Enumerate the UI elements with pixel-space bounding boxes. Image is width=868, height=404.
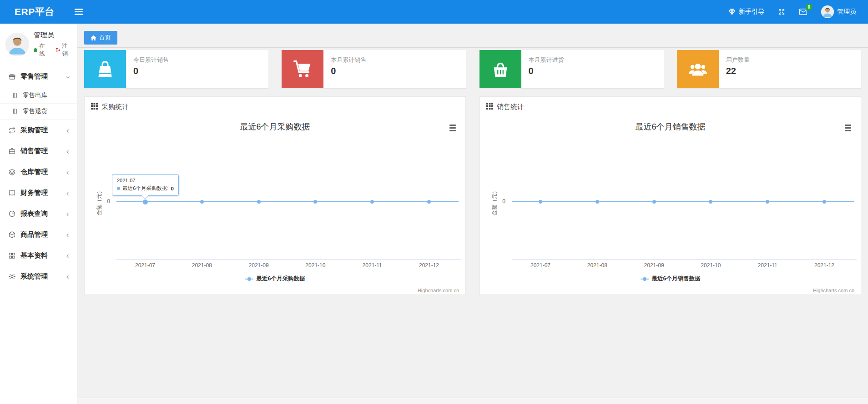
y-axis-tick: 0	[490, 198, 505, 204]
sidebar-subitem-label: 零售出库	[23, 91, 71, 100]
legend-item[interactable]: 最近6个月采购数据	[85, 275, 465, 283]
x-axis-tick: 2021-09	[249, 262, 269, 269]
chart-context-menu-icon[interactable]	[448, 123, 457, 133]
sidebar-item-label: 商品管理	[20, 230, 65, 239]
sidebar-item-label: 采购管理	[20, 126, 65, 135]
sidebar-item-label: 销售管理	[20, 147, 65, 155]
sidebar-item[interactable]: 基本资料	[0, 245, 77, 266]
x-axis-line	[512, 259, 857, 259]
panel-title: 销售统计	[497, 103, 524, 111]
sidebar-submenu: 零售出库零售退货	[0, 87, 77, 120]
chevron-down-icon	[65, 74, 71, 79]
sidebar-item[interactable]: 零售管理	[0, 66, 77, 87]
guide-label: 新手引导	[739, 8, 764, 16]
data-point[interactable]	[823, 200, 826, 204]
data-point[interactable]	[766, 200, 769, 204]
sidebar-toggle-icon[interactable]	[75, 9, 83, 15]
sales-line-chart: 最近6个月销售数据金额（元）02021-072021-082021-092021…	[480, 116, 861, 295]
briefcase-icon	[8, 147, 16, 155]
stat-card-value: 0	[529, 66, 564, 76]
guide-button[interactable]: 新手引导	[728, 8, 764, 16]
stat-card-value: 22	[726, 66, 750, 76]
x-axis-tick: 2021-12	[419, 262, 439, 269]
user-panel: 管理员 在线 注销	[0, 24, 77, 64]
users-icon	[677, 50, 719, 88]
stat-card[interactable]: 本月累计进货0	[479, 50, 664, 88]
x-axis-tick: 2021-10	[701, 262, 721, 269]
x-axis-tick: 2021-11	[363, 262, 382, 269]
sidebar-item[interactable]: 报表查询	[0, 203, 77, 224]
panel-title: 采购统计	[101, 103, 129, 111]
highcharts-credits[interactable]: Highcharts.com.cn	[418, 288, 459, 293]
tab-home[interactable]: 首页	[84, 31, 117, 45]
tooltip-category: 2021-07	[117, 178, 174, 183]
stat-card[interactable]: 今日累计销售0	[84, 50, 268, 88]
stat-card-value: 0	[133, 66, 169, 76]
stat-card[interactable]: 本月累计销售0	[282, 50, 466, 88]
online-status-label: 在线	[39, 42, 50, 58]
purchase-stats-panel: 采购统计 最近6个月采购数据金额（元）02021-072021-082021-0…	[84, 96, 466, 295]
message-count-badge: 0	[806, 4, 812, 10]
data-point[interactable]	[370, 200, 374, 204]
content-area: 首页 今日累计销售0本月累计销售0本月累计进货0用户数量22 采购统计 最近6个…	[77, 24, 868, 404]
sidebar-item[interactable]: 商品管理	[0, 224, 77, 245]
top-navbar: ERP平台 新手引导 0 管理员	[0, 0, 868, 24]
data-point[interactable]	[539, 200, 542, 204]
data-point[interactable]	[652, 200, 656, 204]
sidebar-item-label: 零售管理	[20, 72, 65, 81]
chart-tooltip: 2021-07最近6个月采购数据: 0	[112, 174, 179, 196]
chart-context-menu-icon[interactable]	[843, 123, 853, 133]
chevron-left-icon	[65, 148, 71, 154]
sidebar-item[interactable]: 采购管理	[0, 120, 77, 140]
x-axis-tick: 2021-07	[135, 262, 155, 269]
sidebar-item[interactable]: 仓库管理	[0, 161, 77, 182]
avatar	[5, 33, 29, 56]
online-status-icon	[34, 48, 37, 52]
gem-icon	[728, 8, 736, 15]
x-axis-tick: 2021-11	[758, 262, 777, 269]
data-point[interactable]	[595, 200, 599, 204]
data-point[interactable]	[709, 200, 712, 204]
sidebar-item-label: 财务管理	[20, 189, 65, 197]
data-point[interactable]	[313, 200, 317, 204]
chevron-left-icon	[65, 211, 71, 216]
fullscreen-button[interactable]	[778, 8, 785, 15]
stat-card-label: 本月累计进货	[529, 56, 564, 64]
sidebar-item[interactable]: 系统管理	[0, 266, 77, 287]
x-axis-tick: 2021-10	[305, 262, 325, 269]
data-point[interactable]	[257, 200, 261, 204]
sidebar-item[interactable]: 财务管理	[0, 182, 77, 203]
sidebar-item-label: 仓库管理	[20, 168, 65, 176]
messages-button[interactable]: 0	[799, 8, 807, 15]
data-point[interactable]	[427, 200, 431, 204]
stat-card-label: 用户数量	[726, 56, 750, 64]
user-name: 管理员	[837, 8, 856, 16]
sidebar-subitem[interactable]: 零售退货	[0, 103, 77, 120]
x-axis-tick: 2021-07	[530, 262, 550, 269]
book-icon	[8, 189, 16, 197]
shopping-bag-icon	[84, 50, 126, 88]
chart-title: 最近6个月销售数据	[480, 121, 861, 132]
stat-card-label: 今日累计销售	[133, 56, 169, 64]
logout-label: 注销	[62, 42, 72, 58]
fullscreen-icon	[778, 8, 785, 15]
basket-icon	[479, 50, 521, 88]
chevron-left-icon	[65, 169, 71, 175]
highcharts-credits[interactable]: Highcharts.com.cn	[813, 288, 854, 293]
stat-card[interactable]: 用户数量22	[677, 50, 861, 88]
sidebar-subitem[interactable]: 零售出库	[0, 87, 77, 103]
data-point[interactable]	[143, 200, 148, 204]
sidebar-user-name: 管理员	[34, 31, 72, 40]
user-menu[interactable]: 管理员	[821, 5, 856, 18]
data-point[interactable]	[200, 200, 204, 204]
tab-bar: 首页	[77, 24, 868, 48]
footer-divider	[77, 398, 868, 404]
sidebar-item[interactable]: 销售管理	[0, 140, 77, 161]
legend-item[interactable]: 最近6个月销售数据	[480, 275, 861, 283]
gear-icon	[8, 273, 16, 280]
grid-icon	[91, 103, 98, 111]
sidebar-item-label: 基本资料	[20, 251, 65, 260]
cube-icon	[8, 231, 16, 239]
chevron-left-icon	[65, 232, 71, 237]
logout-button[interactable]: 注销	[55, 42, 72, 58]
